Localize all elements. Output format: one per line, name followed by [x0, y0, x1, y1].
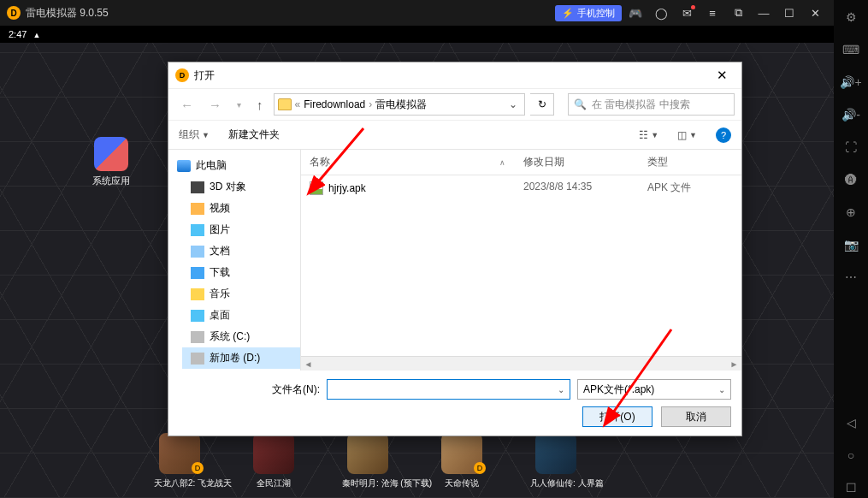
- cancel-button[interactable]: 取消: [661, 406, 731, 427]
- breadcrumb-dropdown-icon[interactable]: ⌄: [505, 98, 521, 110]
- app-title: 雷电模拟器 9.0.55: [26, 6, 555, 21]
- file-row[interactable]: hjrjy.apk 2023/8/8 14:35 APK 文件: [301, 175, 741, 200]
- column-name[interactable]: 名称∧: [301, 150, 515, 175]
- pc-icon: [177, 160, 191, 172]
- mail-icon[interactable]: ✉: [675, 1, 699, 25]
- tree-item-label: 3D 对象: [210, 180, 246, 194]
- preview-pane-button[interactable]: ◫ ▼: [677, 129, 697, 141]
- tree-item[interactable]: 新加卷 (D:): [182, 347, 300, 369]
- home-nav-icon[interactable]: ○: [838, 445, 864, 465]
- tree-item-label: 下载: [210, 265, 230, 280]
- keyboard-icon[interactable]: ⌨: [838, 39, 864, 60]
- chevron-right-icon: ›: [369, 98, 372, 110]
- breadcrumb-item[interactable]: Firedownload: [304, 98, 365, 110]
- column-type[interactable]: 类型: [639, 150, 741, 175]
- maximize-button[interactable]: ☐: [777, 1, 801, 25]
- tree-item[interactable]: 此电脑: [168, 155, 300, 176]
- volume-up-icon[interactable]: 🔊+: [838, 72, 864, 92]
- tree-item[interactable]: 视频: [182, 198, 300, 219]
- breadcrumb[interactable]: « Firedownload › 雷电模拟器 ⌄: [274, 93, 526, 116]
- filename-input[interactable]: ⌄: [327, 379, 570, 400]
- drive-icon: [191, 353, 204, 365]
- new-folder-button[interactable]: 新建文件夹: [228, 127, 280, 142]
- search-placeholder: 在 雷电模拟器 中搜索: [592, 98, 690, 112]
- tree-item-label: 音乐: [210, 287, 230, 301]
- open-button[interactable]: 打开(O): [582, 406, 652, 427]
- scroll-left-icon[interactable]: ◄: [301, 359, 316, 369]
- tree-item[interactable]: 下载: [182, 262, 300, 283]
- dialog-footer: 文件名(N): ⌄ APK文件(*.apk)⌄ 打开(O) 取消: [168, 371, 741, 436]
- menu-icon[interactable]: ≡: [700, 1, 724, 25]
- app-logo-icon: D: [7, 6, 21, 20]
- more-icon[interactable]: ⋯: [838, 267, 864, 288]
- down-icon: [191, 267, 204, 279]
- tree-item-label: 新加卷 (D:): [210, 351, 260, 365]
- dialog-titlebar[interactable]: D 打开 ✕: [168, 62, 741, 88]
- system-apps-icon[interactable]: 系统应用: [86, 137, 137, 187]
- horizontal-scrollbar[interactable]: ◄ ►: [301, 356, 741, 371]
- chevron-right-icon: «: [295, 98, 301, 110]
- tree-item[interactable]: 图片: [182, 219, 300, 240]
- multi-window-icon[interactable]: ⧉: [726, 1, 750, 25]
- view-mode-button[interactable]: ☷ ▼: [639, 129, 658, 141]
- tree-item[interactable]: 桌面: [182, 305, 300, 326]
- nav-forward-icon[interactable]: →: [204, 94, 227, 116]
- file-rows[interactable]: hjrjy.apk 2023/8/8 14:35 APK 文件: [301, 175, 741, 356]
- gamepad-icon[interactable]: 🎮: [623, 1, 647, 25]
- doc-icon: [191, 246, 204, 258]
- volume-down-icon[interactable]: 🔊-: [838, 104, 864, 125]
- dialog-toolbar: 组织 ▼ 新建文件夹 ☷ ▼ ◫ ▼ ?: [168, 121, 741, 150]
- screenshot-icon[interactable]: ⊕: [838, 202, 864, 222]
- tree-item-label: 此电脑: [196, 158, 227, 173]
- dock-app-0[interactable]: D 天龙八部2: 飞龙战天: [154, 433, 205, 489]
- help-icon[interactable]: ?: [716, 127, 731, 143]
- column-date[interactable]: 修改日期: [515, 150, 639, 175]
- list-header[interactable]: 名称∧ 修改日期 类型: [301, 150, 741, 175]
- dock-app-2[interactable]: 秦时明月: 沧海 (预下载): [342, 433, 393, 489]
- dock-app-3[interactable]: D 天命传说: [436, 433, 487, 489]
- music-icon: [191, 288, 204, 300]
- nav-back-icon[interactable]: ←: [175, 94, 198, 116]
- scroll-right-icon[interactable]: ►: [727, 359, 741, 369]
- tree-item[interactable]: 系统 (C:): [182, 326, 300, 347]
- search-input[interactable]: 🔍 在 雷电模拟器 中搜索: [568, 93, 735, 116]
- tree-item[interactable]: 音乐: [182, 283, 300, 305]
- 3d-icon: [191, 181, 204, 193]
- file-type-select[interactable]: APK文件(*.apk)⌄: [577, 379, 731, 400]
- nav-up-icon[interactable]: ↑: [251, 94, 269, 116]
- user-icon[interactable]: ◯: [649, 1, 673, 25]
- search-icon: 🔍: [574, 98, 587, 110]
- organize-button[interactable]: 组织 ▼: [179, 127, 210, 142]
- back-nav-icon[interactable]: ◁: [838, 412, 864, 433]
- phone-control-button[interactable]: ⚡ 手机控制: [555, 5, 622, 21]
- android-statusbar: 2:47 ▲ ▾ ◢ ▮: [0, 26, 868, 43]
- minimize-button[interactable]: —: [752, 1, 776, 25]
- sync-icon[interactable]: 🅐: [838, 169, 864, 190]
- folder-tree[interactable]: 此电脑3D 对象视频图片文档下载音乐桌面系统 (C:)新加卷 (D:): [168, 150, 301, 371]
- apk-file-icon: [310, 181, 323, 195]
- tree-item[interactable]: 3D 对象: [182, 176, 300, 198]
- record-icon[interactable]: 📷: [838, 234, 864, 255]
- dialog-close-button[interactable]: ✕: [710, 64, 735, 86]
- close-button[interactable]: ✕: [803, 1, 827, 25]
- emulator-toolbar: ⚙ ⌨ 🔊+ 🔊- ⛶ 🅐 ⊕ 📷 ⋯ ◁ ○ ☐: [834, 0, 868, 498]
- video-icon: [191, 203, 204, 215]
- nav-recent-icon[interactable]: ▾: [232, 97, 246, 113]
- refresh-button[interactable]: ↻: [530, 93, 554, 116]
- desk-icon: [191, 310, 204, 322]
- dock-app-4[interactable]: 凡人修仙传: 人界篇: [530, 433, 582, 489]
- fullscreen-icon[interactable]: ⛶: [838, 137, 864, 157]
- settings-icon[interactable]: ⚙: [838, 7, 864, 27]
- recent-nav-icon[interactable]: ☐: [838, 477, 864, 498]
- app-badge-icon: D: [192, 462, 204, 474]
- tree-item-label: 桌面: [210, 308, 230, 323]
- folder-icon: [278, 98, 292, 110]
- breadcrumb-item[interactable]: 雷电模拟器: [375, 98, 427, 112]
- tree-item-label: 系统 (C:): [210, 329, 250, 344]
- clock-text: 2:47: [9, 29, 27, 39]
- dock-app-1[interactable]: 全民江湖: [248, 433, 299, 489]
- tree-item-label: 文档: [210, 244, 230, 258]
- tree-item[interactable]: 文档: [182, 240, 300, 262]
- pic-icon: [191, 224, 204, 236]
- chevron-down-icon[interactable]: ⌄: [558, 385, 564, 394]
